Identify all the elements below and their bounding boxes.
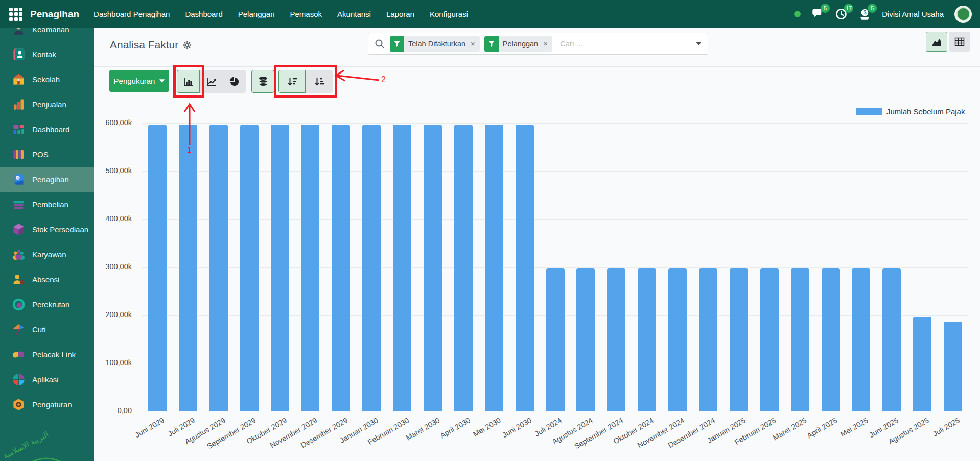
bar-desember-2024[interactable] bbox=[699, 268, 717, 411]
bar-juli-2024[interactable] bbox=[546, 268, 565, 411]
bar-maret-2025[interactable] bbox=[791, 268, 809, 411]
sidebar-item-dashboard[interactable]: Dashboard bbox=[0, 117, 94, 142]
bar-november-2024[interactable] bbox=[668, 268, 687, 411]
bar-juni-2030[interactable] bbox=[516, 125, 534, 411]
activities-clock-icon[interactable]: 17 bbox=[835, 8, 848, 20]
sidebar-item-label: Perekrutan bbox=[32, 300, 69, 309]
sidebar-item-sekolah[interactable]: Sekolah bbox=[0, 67, 94, 92]
bar-agustus-2024[interactable] bbox=[576, 268, 595, 411]
topbar-menu-item-laporan[interactable]: Laporan bbox=[386, 10, 414, 18]
sidebar-item-label: Dashboard bbox=[32, 125, 69, 134]
aplikasi-icon bbox=[12, 373, 26, 386]
search-placeholder[interactable]: Cari ... bbox=[560, 39, 689, 48]
sidebar-item-label: Sekolah bbox=[32, 75, 60, 84]
sekolah-icon bbox=[12, 72, 26, 86]
bar-oktober-2024[interactable] bbox=[638, 268, 656, 411]
measures-button[interactable]: Pengukuran bbox=[109, 70, 169, 92]
chart-legend: Jumlah Sebelum Pajak bbox=[856, 107, 965, 116]
sidebar-item-kontak[interactable]: Kontak bbox=[0, 42, 94, 67]
sidebar-item-penjualan[interactable]: Penjualan bbox=[0, 92, 94, 117]
topbar-menu-item-dashboard-penagihan[interactable]: Dashboard Penagihan bbox=[94, 10, 170, 18]
sidebar-item-label: Absensi bbox=[32, 275, 59, 284]
sidebar-item-penagihan[interactable]: $Penagihan bbox=[0, 167, 94, 192]
sidebar-item-pembelian[interactable]: Pembelian bbox=[0, 192, 94, 217]
bar-maret-2030[interactable] bbox=[424, 125, 442, 411]
x-axis-label: Maret 2030 bbox=[404, 416, 441, 442]
bar-november-2029[interactable] bbox=[301, 125, 319, 411]
annotation-arrow-up bbox=[181, 101, 198, 149]
gridline bbox=[142, 171, 968, 172]
sidebar-item-stok-persediaan[interactable]: Stok Persediaan bbox=[0, 217, 94, 242]
apps-menu-icon[interactable] bbox=[9, 8, 22, 21]
sidebar-item-cuti[interactable]: Cuti bbox=[0, 317, 94, 342]
sidebar-item-pengaturan[interactable]: Pengaturan bbox=[0, 392, 94, 417]
bar-september-2029[interactable] bbox=[240, 125, 259, 411]
bar-agustus-2029[interactable] bbox=[209, 125, 228, 411]
topbar-menu-item-dashboard[interactable]: Dashboard bbox=[185, 10, 222, 18]
sidebar-item-label: Karyawan bbox=[32, 250, 66, 259]
x-axis-label: April 2025 bbox=[806, 416, 839, 440]
bar-juni-2029[interactable] bbox=[148, 125, 167, 411]
payments-icon[interactable]: $ 5 bbox=[858, 8, 871, 20]
sidebar-item-perekrutan[interactable]: Perekrutan bbox=[0, 292, 94, 317]
bar-oktober-2029[interactable] bbox=[271, 125, 289, 411]
bar-mei-2030[interactable] bbox=[485, 125, 503, 411]
pivot-view-button[interactable] bbox=[949, 32, 970, 52]
gridline bbox=[142, 219, 968, 220]
sidebar-item-label: Aplikasi bbox=[32, 375, 59, 384]
bar-juli-2029[interactable] bbox=[179, 125, 197, 411]
bar-desember-2029[interactable] bbox=[332, 125, 350, 411]
y-axis-tick-label: 200,00k bbox=[94, 310, 132, 319]
filter-chip-pelanggan[interactable]: Pelanggan× bbox=[484, 36, 552, 52]
bar-februari-2025[interactable] bbox=[760, 268, 779, 411]
topbar-menu-item-konfigurasi[interactable]: Konfigurasi bbox=[430, 10, 468, 18]
graph-view-button[interactable] bbox=[926, 32, 947, 52]
filter-chip-label: Telah Difakturkan bbox=[404, 40, 470, 48]
top-navbar: Penagihan Dashboard PenagihanDashboardPe… bbox=[0, 0, 980, 28]
sidebar-item-pos[interactable]: POS bbox=[0, 142, 94, 167]
stacked-button[interactable] bbox=[251, 70, 274, 93]
bar-juli-2025[interactable] bbox=[944, 322, 962, 411]
gear-icon[interactable] bbox=[183, 41, 192, 50]
bar-januari-2025[interactable] bbox=[730, 268, 748, 411]
bar-juni-2025[interactable] bbox=[882, 268, 901, 411]
chevron-down-icon bbox=[159, 79, 165, 83]
sidebar-item-absensi[interactable]: Absensi bbox=[0, 267, 94, 292]
activities-badge: 17 bbox=[844, 4, 853, 13]
sidebar-item-keamanan[interactable]: Keamanan bbox=[0, 28, 94, 42]
cuti-icon bbox=[12, 323, 26, 336]
topbar-menu-item-pemasok[interactable]: Pemasok bbox=[290, 10, 322, 18]
pengaturan-icon bbox=[12, 398, 26, 411]
filter-funnel-icon bbox=[484, 36, 499, 52]
x-axis-label: Maret 2025 bbox=[772, 416, 808, 442]
topbar-menu: Dashboard PenagihanDashboardPelangganPem… bbox=[94, 10, 468, 18]
bar-agustus-2025[interactable] bbox=[913, 317, 931, 411]
payments-badge: 5 bbox=[868, 4, 877, 13]
sidebar-item-aplikasi[interactable]: Aplikasi bbox=[0, 367, 94, 392]
topbar-menu-item-akuntansi[interactable]: Akuntansi bbox=[337, 10, 371, 18]
pie-chart-button[interactable] bbox=[223, 70, 246, 93]
bar-februari-2030[interactable] bbox=[393, 125, 411, 411]
pivot-table-icon bbox=[954, 37, 965, 46]
bar-april-2030[interactable] bbox=[454, 125, 473, 411]
bar-januari-2030[interactable] bbox=[362, 125, 381, 411]
search-options-toggle[interactable] bbox=[689, 33, 708, 54]
remove-filter-icon[interactable]: × bbox=[470, 39, 480, 48]
app-brand[interactable]: Penagihan bbox=[30, 9, 79, 20]
remove-filter-icon[interactable]: × bbox=[542, 39, 552, 48]
foundation-logo: التربية الاسلامية bbox=[0, 429, 94, 461]
filter-chip-telah-difakturkan[interactable]: Telah Difakturkan× bbox=[390, 36, 480, 52]
bar-mei-2025[interactable] bbox=[852, 268, 870, 411]
user-avatar[interactable] bbox=[954, 6, 972, 23]
company-name[interactable]: Divisi Amal Usaha bbox=[882, 10, 944, 18]
x-axis-label: Juli 2025 bbox=[931, 416, 961, 438]
bar-september-2024[interactable] bbox=[607, 268, 625, 411]
sidebar-item-pelacak-link[interactable]: Pelacak Link bbox=[0, 342, 94, 367]
messages-icon[interactable]: 5 bbox=[811, 8, 824, 20]
sidebar-item-label: Keamanan bbox=[32, 28, 69, 34]
bar-april-2025[interactable] bbox=[822, 268, 840, 411]
topbar-menu-item-pelanggan[interactable]: Pelanggan bbox=[238, 10, 275, 18]
topbar-right: 5 17 $ 5 Divisi Amal Usaha bbox=[794, 6, 980, 23]
search-bar[interactable]: Telah Difakturkan×Pelanggan× Cari ... bbox=[368, 33, 708, 55]
sidebar-item-karyawan[interactable]: Karyawan bbox=[0, 242, 94, 267]
